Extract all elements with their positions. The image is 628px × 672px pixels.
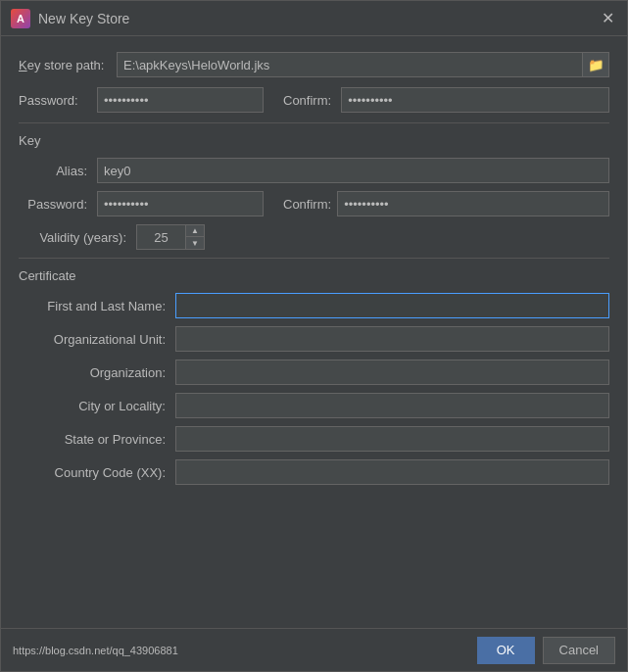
validity-spinner: ▲ ▼	[136, 224, 205, 250]
validity-row: Validity (years): ▲ ▼	[19, 224, 609, 250]
title-bar: A New Key Store ✕	[1, 1, 627, 36]
certificate-section: Certificate First and Last Name: Organiz…	[19, 268, 609, 485]
footer-link: https://blog.csdn.net/qq_43906881	[13, 645, 178, 656]
org-unit-label: Organizational Unit:	[19, 332, 175, 347]
dialog-content: Key store path: 📁 Password: Confirm: Key…	[1, 36, 627, 628]
keystore-path-row: Key store path: 📁	[19, 52, 609, 77]
divider-1	[19, 122, 609, 123]
key-confirm-label: Confirm:	[283, 197, 331, 212]
close-button[interactable]: ✕	[598, 9, 617, 28]
new-key-store-dialog: A New Key Store ✕ Key store path: 📁 Pass…	[0, 0, 628, 672]
dialog-footer: https://blog.csdn.net/qq_43906881 OK Can…	[1, 628, 627, 671]
keystore-path-label: Key store path:	[19, 58, 117, 72]
keystore-confirm-label: Confirm:	[283, 93, 331, 108]
validity-label: Validity (years):	[19, 230, 136, 245]
cancel-button[interactable]: Cancel	[543, 637, 615, 664]
key-password-input[interactable]	[97, 191, 264, 216]
up-arrow-icon: ▲	[191, 226, 199, 235]
title-bar-left: A New Key Store	[11, 9, 129, 28]
browse-icon: 📁	[588, 58, 604, 72]
path-input-wrapper: 📁	[117, 52, 609, 77]
org-input[interactable]	[175, 360, 609, 385]
key-section: Key Alias: Password: Confirm: Validity (…	[19, 133, 609, 250]
city-input[interactable]	[175, 393, 609, 418]
spinner-buttons: ▲ ▼	[185, 224, 205, 250]
state-label: State or Province:	[19, 432, 175, 447]
alias-label: Alias:	[19, 164, 97, 178]
validity-increment-button[interactable]: ▲	[186, 225, 204, 237]
keystore-password-input[interactable]	[97, 87, 264, 113]
keystore-password-label: Password:	[19, 93, 87, 108]
city-row: City or Locality:	[19, 393, 609, 418]
country-row: Country Code (XX):	[19, 459, 609, 485]
alias-row: Alias:	[19, 158, 609, 183]
keystore-confirm-input[interactable]	[341, 87, 609, 113]
key-confirm-input[interactable]	[337, 191, 609, 216]
first-last-input[interactable]	[175, 293, 609, 318]
close-icon: ✕	[602, 9, 614, 27]
validity-decrement-button[interactable]: ▼	[186, 237, 204, 249]
certificate-section-label: Certificate	[19, 268, 609, 283]
down-arrow-icon: ▼	[191, 239, 199, 248]
keystore-password-row: Password: Confirm:	[19, 87, 609, 113]
key-password-label: Password:	[19, 197, 97, 212]
alias-input[interactable]	[97, 158, 609, 183]
state-input[interactable]	[175, 426, 609, 452]
key-password-row: Password: Confirm:	[19, 191, 609, 216]
org-label: Organization:	[19, 365, 175, 380]
ok-button[interactable]: OK	[477, 637, 535, 664]
state-row: State or Province:	[19, 426, 609, 452]
org-row: Organization:	[19, 360, 609, 385]
app-icon: A	[11, 9, 30, 28]
divider-2	[19, 258, 609, 259]
first-last-row: First and Last Name:	[19, 293, 609, 318]
org-unit-row: Organizational Unit:	[19, 326, 609, 352]
keystore-path-label-k: Key store path:	[19, 58, 104, 72]
first-last-label: First and Last Name:	[19, 299, 175, 313]
city-label: City or Locality:	[19, 399, 175, 413]
key-section-label: Key	[19, 133, 609, 148]
browse-button[interactable]: 📁	[582, 52, 609, 77]
country-input[interactable]	[175, 459, 609, 485]
keystore-path-input[interactable]	[117, 52, 582, 77]
validity-input[interactable]	[136, 224, 185, 250]
org-unit-input[interactable]	[175, 326, 609, 352]
country-label: Country Code (XX):	[19, 465, 175, 480]
app-icon-letter: A	[17, 13, 24, 24]
dialog-title: New Key Store	[38, 11, 129, 26]
